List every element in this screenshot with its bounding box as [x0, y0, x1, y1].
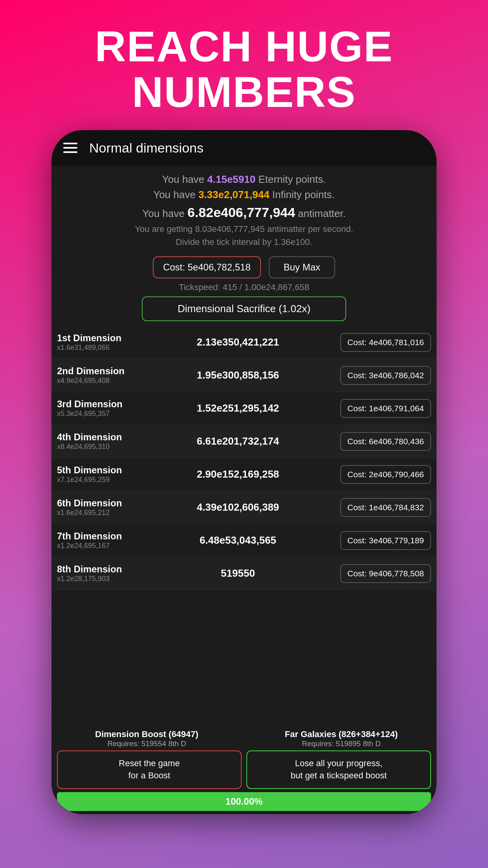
dim-multiplier-6: x1.6e24,695,212	[57, 509, 136, 517]
dim-cost-btn-1[interactable]: Cost: 4e406,781,016	[340, 333, 431, 352]
dim-label-1: 1st Dimension x1.6e31,489,066	[57, 333, 136, 352]
boosts-section: Dimension Boost (64947) Requires: 519554…	[51, 725, 437, 814]
antimatter-value: 6.82e406,777,944	[187, 205, 295, 220]
dimension-row-1: 1st Dimension x1.6e31,489,066 2.13e350,4…	[51, 326, 437, 359]
dim-multiplier-8: x1.2e28,175,903	[57, 575, 136, 583]
dim-name-8: 8th Dimension	[57, 564, 136, 575]
antimatter-pre: You have	[142, 208, 187, 219]
dim-name-1: 1st Dimension	[57, 333, 136, 344]
boost-left-title: Dimension Boost (64947)	[57, 729, 237, 739]
dim-name-5: 5th Dimension	[57, 465, 136, 476]
dimensions-list: 1st Dimension x1.6e31,489,066 2.13e350,4…	[51, 326, 437, 725]
galaxy-btn-line1: Lose all your progress,	[295, 758, 383, 768]
tick-divide-line: Divide the tick interval by 1.36e100.	[59, 235, 429, 248]
progress-label: 100.00%	[226, 796, 263, 807]
phone-frame: Normal dimensions You have 4.15e5910 Ete…	[51, 130, 437, 814]
dim-label-7: 7th Dimension x1.2e24,695,167	[57, 531, 136, 550]
dim-multiplier-7: x1.2e24,695,167	[57, 542, 136, 550]
dim-label-6: 6th Dimension x1.6e24,695,212	[57, 498, 136, 517]
rate-line: You are getting 8.03e406,777,945 antimat…	[59, 223, 429, 235]
dim-value-6: 4.39e102,606,389	[136, 501, 340, 513]
dimension-row-3: 3rd Dimension x5.3e24,695,357 1.52e251,2…	[51, 392, 437, 425]
galaxy-boost-button[interactable]: Lose all your progress, but get a ticksp…	[246, 750, 431, 789]
stats-area: You have 4.15e5910 Eternity points. You …	[51, 166, 437, 252]
dim-cost-btn-7[interactable]: Cost: 3e406,779,189	[340, 531, 431, 550]
eternity-value: 4.15e5910	[207, 173, 255, 185]
cost-button[interactable]: Cost: 5e406,782,518	[153, 256, 261, 278]
infinity-post: Infinity points.	[270, 189, 335, 200]
dim-label-3: 3rd Dimension x5.3e24,695,357	[57, 399, 136, 418]
dim-label-2: 2nd Dimension x4.9e24,695,408	[57, 366, 136, 385]
boost-headers: Dimension Boost (64947) Requires: 519554…	[57, 729, 431, 748]
dim-label-4: 4th Dimension x8.4e24,695,310	[57, 432, 136, 451]
dim-value-4: 6.61e201,732,174	[136, 435, 340, 447]
dim-name-6: 6th Dimension	[57, 498, 136, 509]
dim-multiplier-2: x4.9e24,695,408	[57, 377, 136, 385]
buy-max-button[interactable]: Buy Max	[269, 256, 335, 278]
dimension-row-8: 8th Dimension x1.2e28,175,903 519550 Cos…	[51, 557, 437, 590]
headline: REACH HUGE NUMBERS	[67, 24, 421, 114]
dim-name-7: 7th Dimension	[57, 531, 136, 542]
dimension-row-2: 2nd Dimension x4.9e24,695,408 1.95e300,8…	[51, 359, 437, 392]
topbar: Normal dimensions	[51, 130, 437, 166]
boost-left-sub: Requires: 519554 8th D	[57, 739, 237, 748]
dim-cost-btn-3[interactable]: Cost: 1e406,791,064	[340, 399, 431, 418]
dim-label-8: 8th Dimension x1.2e28,175,903	[57, 564, 136, 583]
topbar-title: Normal dimensions	[89, 140, 204, 156]
boost-buttons: Reset the game for a Boost Lose all your…	[57, 750, 431, 789]
boost-right-title: Far Galaxies (826+384+124)	[251, 729, 431, 739]
dim-cost-btn-8[interactable]: Cost: 9e406,778,508	[340, 564, 431, 583]
dim-name-2: 2nd Dimension	[57, 366, 136, 377]
infinity-pre: You have	[153, 189, 198, 200]
dim-value-2: 1.95e300,858,156	[136, 369, 340, 381]
antimatter-line: You have 6.82e406,777,944 antimatter.	[59, 202, 429, 223]
dimension-row-4: 4th Dimension x8.4e24,695,310 6.61e201,7…	[51, 425, 437, 458]
eternity-post: Eternity points.	[255, 173, 326, 185]
boost-btn-line2: for a Boost	[128, 771, 170, 780]
page-wrapper: REACH HUGE NUMBERS Normal dimensions You…	[0, 0, 488, 868]
menu-button[interactable]	[63, 143, 77, 153]
dim-multiplier-1: x1.6e31,489,066	[57, 344, 136, 352]
antimatter-post: antimatter.	[295, 208, 346, 219]
dim-name-3: 3rd Dimension	[57, 399, 136, 410]
dim-value-7: 6.48e53,043,565	[136, 534, 340, 546]
dimension-row-5: 5th Dimension x7.1e24,695,259 2.90e152,1…	[51, 458, 437, 491]
dim-value-3: 1.52e251,295,142	[136, 402, 340, 414]
dim-label-5: 5th Dimension x7.1e24,695,259	[57, 465, 136, 484]
dimension-boost-button[interactable]: Reset the game for a Boost	[57, 750, 242, 789]
dim-value-1: 2.13e350,421,221	[136, 336, 340, 348]
dim-multiplier-5: x7.1e24,695,259	[57, 476, 136, 484]
sacrifice-button[interactable]: Dimensional Sacrifice (1.02x)	[142, 296, 346, 321]
headline-line2: NUMBERS	[132, 68, 356, 116]
tickspeed-line: Tickspeed: 415 / 1.00e24,867,658	[51, 282, 437, 292]
dimension-row-7: 7th Dimension x1.2e24,695,167 6.48e53,04…	[51, 524, 437, 557]
dim-name-4: 4th Dimension	[57, 432, 136, 443]
galaxy-btn-line2: but get a tickspeed boost	[291, 771, 387, 780]
dim-cost-btn-4[interactable]: Cost: 6e406,780,436	[340, 432, 431, 451]
dim-value-8: 519550	[136, 567, 340, 579]
boost-left-header: Dimension Boost (64947) Requires: 519554…	[57, 729, 237, 748]
boost-right-header: Far Galaxies (826+384+124) Requires: 519…	[251, 729, 431, 748]
eternity-line: You have 4.15e5910 Eternity points.	[59, 172, 429, 187]
dim-cost-btn-6[interactable]: Cost: 1e406,784,832	[340, 498, 431, 517]
dim-cost-btn-2[interactable]: Cost: 3e406,786,042	[340, 366, 431, 385]
purchase-buttons: Cost: 5e406,782,518 Buy Max	[59, 256, 429, 278]
boost-btn-line1: Reset the game	[119, 758, 180, 768]
dim-value-5: 2.90e152,169,258	[136, 468, 340, 480]
dim-cost-btn-5[interactable]: Cost: 2e406,790,466	[340, 465, 431, 484]
eternity-pre: You have	[162, 173, 207, 185]
dimension-row-6: 6th Dimension x1.6e24,695,212 4.39e102,6…	[51, 491, 437, 524]
headline-line1: REACH HUGE	[95, 22, 393, 70]
main-content: You have 4.15e5910 Eternity points. You …	[51, 166, 437, 814]
infinity-value: 3.33e2,071,944	[198, 189, 270, 200]
dim-multiplier-3: x5.3e24,695,357	[57, 410, 136, 418]
progress-bar: 100.00%	[57, 792, 431, 811]
boost-right-sub: Requires: 519895 8th D	[251, 739, 431, 748]
dim-multiplier-4: x8.4e24,695,310	[57, 443, 136, 451]
infinity-line: You have 3.33e2,071,944 Infinity points.	[59, 187, 429, 202]
